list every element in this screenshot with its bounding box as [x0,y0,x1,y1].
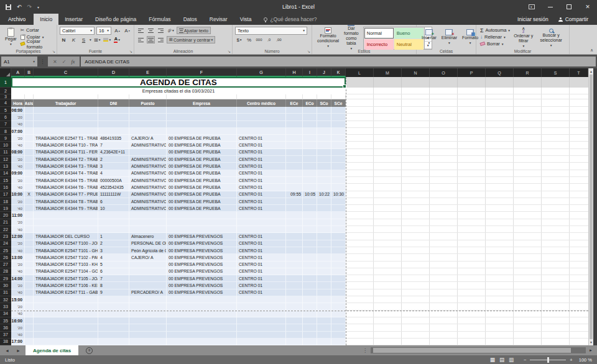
font-name-select[interactable]: Calibri▾ [60,27,95,35]
cell-I21[interactable] [303,219,317,226]
paste-button[interactable]: Pegar▾ [2,27,19,48]
cell-G3[interactable] [237,94,286,99]
cell-A31[interactable]: '40 [11,289,25,296]
cell-A13[interactable]: '40 [11,163,25,170]
cell-A25[interactable]: '40 [11,247,25,254]
cell-I30[interactable] [303,282,317,289]
cell-F28[interactable]: 00 EMPRESA PREVENGOS [167,268,237,275]
tell-me-box[interactable]: ¿Qué desea hacer? [257,14,323,25]
row-23-right-area[interactable] [346,233,588,240]
cell-C33[interactable] [34,303,98,310]
cell-G12[interactable]: CENTRO 01 [237,156,286,163]
cell-B29[interactable] [25,275,34,282]
number-dialog-launcher[interactable]: ↘ [307,49,310,53]
cell-I9[interactable] [303,135,317,142]
align-top-button[interactable] [137,27,145,34]
cell-C23[interactable]: TRABAJADOR DEL CURSO [34,233,98,240]
cell-G17[interactable]: CENTRO 01 [237,191,286,198]
cell-B9[interactable] [25,135,34,142]
format-as-table-button[interactable]: Dar formato como tabla▾ [341,27,361,49]
cell-J15[interactable] [317,177,331,184]
cell-J34[interactable] [317,311,331,317]
cell-C24[interactable]: TRABAJADOR E2547 T100 - JORGE [34,240,98,247]
style-normal[interactable]: Normal [364,28,394,39]
cell-F9[interactable]: 00 EMPRESA DE PRUEBA [167,135,237,142]
cell-C25[interactable]: TRABAJADOR E2547 T101 - GHEORGHE [34,247,98,254]
row-header-27[interactable]: 27 [0,262,11,268]
cell-K35[interactable] [331,317,346,324]
vertical-scrollbar[interactable]: ▲ ▼ [588,68,593,345]
cell-I7[interactable] [303,121,317,128]
row-19-right-area[interactable] [346,205,588,212]
cell-C11[interactable]: TRABAJADOR E4344 T11 - FERNANDO [34,149,98,156]
table-header-empresa[interactable]: Empresa [167,99,237,107]
cell-C3[interactable] [34,94,98,99]
cell-K37[interactable] [331,332,346,339]
cell-A23[interactable]: 12:00 [11,233,25,240]
cell-H34[interactable] [286,311,303,317]
cell-H19[interactable] [286,205,303,212]
cell-J16[interactable] [317,184,331,191]
cell-D11[interactable]: 4,23642E+11 [98,149,129,156]
cell-C9[interactable]: TRABAJADOR E2547 T1 - TRABAJADOR [34,135,98,142]
cell-D31[interactable]: 9 [98,289,129,296]
cell-K11[interactable] [331,149,346,156]
cell-J8[interactable] [317,128,331,135]
clipboard-dialog-launcher[interactable]: ↘ [52,49,55,53]
borders-button[interactable]: ⊞▾ [93,36,101,43]
cell-F19[interactable]: 00 EMPRESA DE PRUEBA [167,205,237,212]
cell-D18[interactable]: 6 [98,198,129,205]
cell-G20[interactable] [237,212,286,219]
cell-B13[interactable] [25,163,34,170]
cell-C27[interactable]: TRABAJADOR E2547 T103 - KHALID [34,262,98,268]
cell-E18[interactable]: ADMINISTRATIVO [129,198,167,205]
page-layout-view-icon[interactable]: ▤ [499,357,504,363]
cell-J29[interactable] [317,275,331,282]
row-2-right-area[interactable] [346,88,588,94]
row-header-22[interactable]: 22 [0,226,11,233]
row-header-1[interactable]: 1 [0,77,11,88]
cell-C36[interactable] [34,324,98,331]
cell-A18[interactable]: '20 [11,198,25,205]
cell-J23[interactable] [317,233,331,240]
align-bottom-button[interactable] [157,27,165,34]
cell-B37[interactable] [25,332,34,339]
cell-A14[interactable]: 09:00 [11,170,25,177]
cell-I37[interactable] [303,332,317,339]
cell-F31[interactable]: 00 EMPRESA PREVENGOS [167,289,237,296]
cell-H3[interactable] [286,94,303,99]
cell-J21[interactable] [317,219,331,226]
cell-I3[interactable] [303,94,317,99]
cell-A32[interactable]: 15:00 [11,296,25,303]
cell-C28[interactable]: TRABAJADOR E2547 T104 - GONZALO [34,268,98,275]
cell-G10[interactable]: CENTRO 01 [237,142,286,148]
cell-F7[interactable] [167,121,237,128]
bold-button[interactable]: N [60,36,68,43]
cell-K16[interactable] [331,184,346,191]
cell-E13[interactable]: ADMINISTRATIVO [129,163,167,170]
cell-G6[interactable] [237,114,286,121]
cell-J35[interactable] [317,317,331,324]
row-12-right-area[interactable] [346,156,588,163]
cell-E33[interactable] [129,303,167,310]
cell-I34[interactable] [303,311,317,317]
cell-J33[interactable] [317,303,331,310]
cell-I17[interactable]: 10:05 [303,191,317,198]
cell-G11[interactable]: CENTRO 01 [237,149,286,156]
table-header-asis[interactable]: Asis [25,99,34,107]
cell-A6[interactable]: '20 [11,114,25,121]
row-header-4[interactable]: 4 [0,99,11,107]
cell-G21[interactable] [237,219,286,226]
row-header-12[interactable]: 12 [0,156,11,163]
cell-J18[interactable] [317,198,331,205]
cell-E3[interactable] [129,94,167,99]
cell-I20[interactable] [303,212,317,219]
cell-H33[interactable] [286,303,303,310]
cell-H11[interactable] [286,149,303,156]
cell-F17[interactable]: 00 EMPRESA DE PRUEBA [167,191,237,198]
column-header-E[interactable]: E [129,68,167,77]
cell-G13[interactable]: CENTRO 01 [237,163,286,170]
cell-G32[interactable] [237,296,286,303]
cell-H12[interactable] [286,156,303,163]
cell-B5[interactable] [25,107,34,114]
